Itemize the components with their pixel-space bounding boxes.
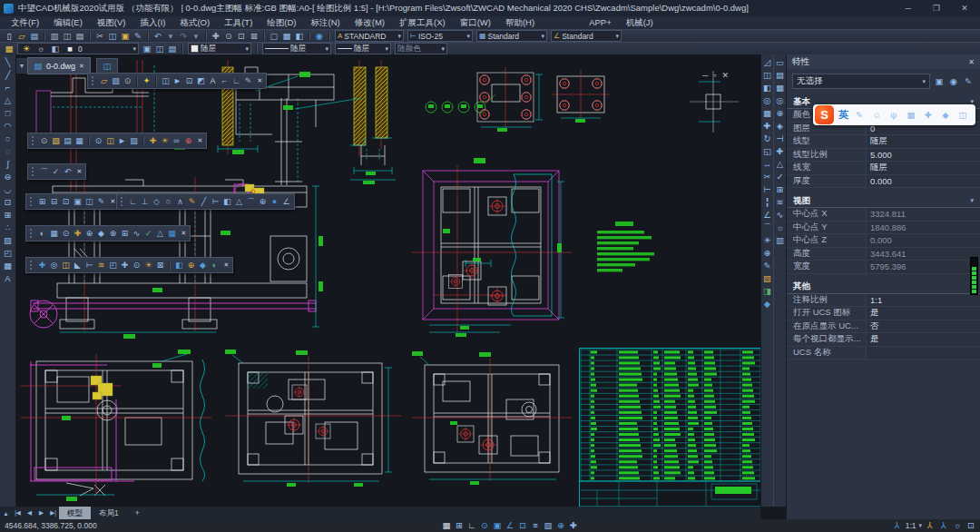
section-header-视图[interactable]: 视图▾ [787, 194, 980, 208]
annotation-scale-caret-icon[interactable]: ▾ [918, 522, 922, 529]
trim-icon[interactable]: ✂ [761, 171, 774, 182]
blue-dot-icon[interactable]: ● [269, 196, 280, 207]
menu-insert[interactable]: 插入(I) [132, 16, 172, 29]
lineweight-combo[interactable]: 随层▾ [335, 43, 391, 54]
layer-combo[interactable]: ☀☼◧■ 0▾ [17, 43, 139, 54]
open-file-icon[interactable]: ▱ [15, 31, 28, 42]
property-value[interactable]: 0.000 [866, 175, 980, 188]
detail-icon[interactable]: ⊡ [183, 75, 195, 86]
construction-icon[interactable]: ◈ [774, 120, 787, 132]
cross-circle-icon[interactable]: ⊗ [107, 228, 119, 239]
skin-icon[interactable]: ◆ [939, 110, 952, 121]
hatch-icon[interactable]: ▨ [2, 234, 15, 246]
link-icon[interactable]: ∞ [171, 135, 182, 146]
region2-icon[interactable]: ◰ [107, 260, 119, 271]
plus-icon[interactable]: ✚ [72, 228, 83, 239]
point-icon[interactable]: ∴ [2, 222, 15, 233]
circle-icon[interactable]: ○ [2, 133, 15, 144]
image-attach-icon[interactable]: ▧ [110, 75, 122, 86]
property-value[interactable]: 5.000 [866, 149, 980, 162]
otrack-icon[interactable]: ∠ [504, 520, 516, 531]
polygon-icon[interactable]: △ [2, 94, 15, 106]
arc-icon[interactable]: ◠ [2, 120, 15, 132]
wrench-icon[interactable]: ✚ [147, 135, 159, 146]
pan-icon[interactable]: ✚ [210, 31, 222, 42]
layer-states-icon[interactable]: ▤ [166, 44, 179, 54]
revert-icon[interactable]: ↶ [62, 166, 74, 177]
gem2-icon[interactable]: ◆ [197, 260, 209, 271]
viewport-grid-icon[interactable]: ▦ [280, 31, 293, 42]
transparency-icon[interactable]: ▨ [542, 520, 554, 531]
settings-gear-icon[interactable]: ☼ [952, 520, 963, 531]
field-icon[interactable]: ▤ [62, 135, 74, 146]
copy2-icon[interactable]: ◫ [60, 260, 72, 271]
pair-icon[interactable]: ◫ [83, 196, 95, 207]
star-icon[interactable]: ☀ [159, 135, 171, 146]
cut-icon[interactable]: ✂ [93, 31, 106, 42]
table-icon[interactable]: ▦ [2, 260, 15, 271]
thread-icon[interactable]: ≋ [774, 196, 787, 208]
edit2-icon[interactable]: ✎ [95, 196, 107, 207]
property-value[interactable] [866, 347, 980, 360]
spline-icon[interactable]: ∫ [2, 158, 15, 170]
mdi-minimize-button[interactable]: ─ [702, 71, 708, 80]
redo-caret-icon[interactable]: ▾ [190, 31, 202, 42]
make-layer-current-icon[interactable]: ▣ [141, 44, 153, 54]
zoom-tool-icon[interactable]: ⊙ [38, 135, 50, 146]
menu-mechanical[interactable]: 机械(J) [619, 16, 661, 29]
new-file-icon[interactable]: ▯ [3, 31, 15, 42]
tri2-icon[interactable]: △ [154, 228, 166, 239]
property-value[interactable]: 随层 [866, 162, 980, 174]
diamond-icon[interactable]: ◇ [151, 196, 162, 207]
toolbar-close-icon[interactable]: ✕ [75, 166, 83, 177]
annotation-auto-icon[interactable]: ⅄ [938, 520, 949, 531]
layer-previous-icon[interactable]: ◫ [153, 44, 166, 54]
menu-window[interactable]: 窗口(W) [453, 16, 498, 29]
mech-dimension-icon[interactable]: ⊣ [774, 133, 787, 144]
document-tab[interactable]: ▤ 0-0.dwg ✕ [27, 57, 91, 74]
arrow-icon[interactable]: ► [116, 135, 128, 146]
menu-edit[interactable]: 编辑(E) [46, 16, 90, 29]
drawing-canvas[interactable]: ▼ ▤ 0-0.dwg ✕ ◫ ─ ▫ ✕ ▱▧⊙✦◫►⊡◩A⌐∟✎✕ ⊙▧▤▦… [16, 54, 760, 507]
fill-icon[interactable]: ▣ [72, 196, 83, 207]
layer-freeze-icon[interactable]: ☼ [34, 44, 47, 54]
toolbar-close-icon[interactable]: ✕ [222, 260, 230, 271]
revision-cloud-icon[interactable]: ◌ [2, 145, 15, 157]
toolbar-close-icon[interactable]: ✕ [256, 75, 264, 86]
layer-lock-icon[interactable]: ◧ [49, 44, 62, 54]
section-header-其他[interactable]: 其他▾ [787, 281, 980, 294]
create-block-icon[interactable]: ⊞ [2, 209, 15, 221]
property-value[interactable]: 3324.811 [866, 208, 980, 221]
plus2-icon[interactable]: ✚ [119, 260, 131, 271]
gear-icon[interactable]: ☼ [774, 222, 787, 233]
offset-icon[interactable]: ◎ [761, 94, 774, 106]
lightning-tool-icon[interactable]: ✦ [141, 75, 152, 86]
linetype-combo[interactable]: 随层▾ [262, 43, 331, 54]
table2-icon[interactable]: ▦ [74, 135, 85, 146]
tab-menu-icon[interactable]: ▼ [16, 58, 27, 74]
dim-style-combo[interactable]: ⊢ ISO-25▾ [407, 30, 473, 42]
stretch-icon[interactable]: ↔ [761, 158, 774, 170]
line-icon[interactable]: ╲ [2, 56, 15, 68]
match-layer-icon[interactable]: ▧ [761, 272, 774, 284]
properties-panel-header[interactable]: 特性 ✕ [787, 54, 980, 69]
fillet-icon[interactable]: ⌒ [761, 222, 774, 233]
plot-style-combo[interactable]: 随颜色▾ [395, 43, 447, 54]
circle-ref-icon[interactable]: ⊙ [60, 228, 72, 239]
pen-ime-icon[interactable]: ✎ [853, 110, 866, 121]
dyn-input-icon[interactable]: ⊡ [516, 520, 529, 531]
tab-list-icon[interactable]: ▲ [0, 510, 12, 517]
wedge-icon[interactable]: ◣ [72, 260, 83, 271]
ortho-icon[interactable]: ∟ [466, 520, 478, 531]
tab-close-icon[interactable]: ✕ [79, 63, 84, 70]
osnap-icon[interactable]: ▣ [491, 520, 504, 531]
frame-icon[interactable]: ⊡ [60, 196, 72, 207]
redo-icon[interactable]: ↷ [177, 31, 190, 42]
paste-icon[interactable]: ▣ [119, 31, 132, 42]
select-objects-icon[interactable]: ◉ [947, 76, 960, 87]
peak-icon[interactable]: ∧ [174, 196, 186, 207]
menu-modify[interactable]: 修改(M) [348, 16, 392, 29]
gem-icon[interactable]: ◆ [95, 228, 107, 239]
tri-icon[interactable]: △ [233, 196, 245, 207]
layer-properties-icon[interactable]: ▦ [3, 44, 15, 54]
